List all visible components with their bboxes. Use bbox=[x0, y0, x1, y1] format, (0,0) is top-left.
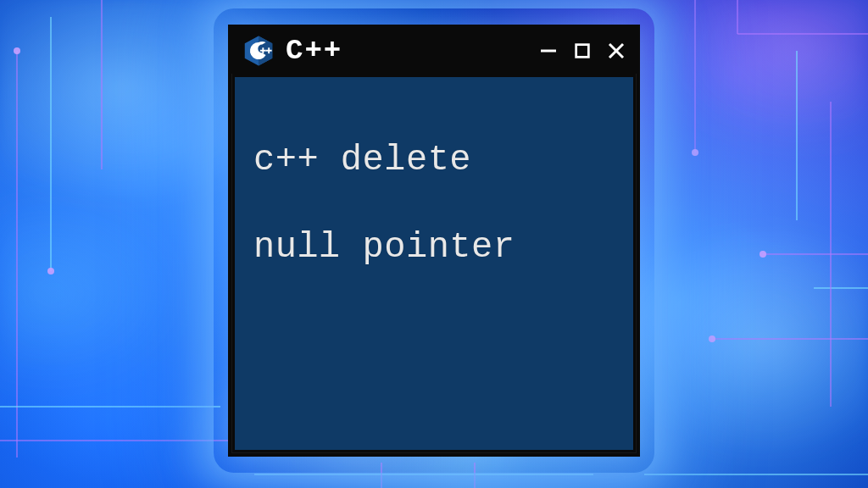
minimize-button[interactable] bbox=[537, 39, 560, 63]
close-button[interactable] bbox=[604, 39, 628, 63]
terminal-window: C++ c++ delete null pointer bbox=[228, 25, 640, 457]
content-line-1: c++ delete bbox=[253, 140, 471, 180]
window-controls bbox=[537, 39, 628, 63]
window-client-area: c++ delete null pointer bbox=[235, 77, 633, 450]
window-title: C++ bbox=[286, 35, 526, 67]
maximize-button[interactable] bbox=[570, 39, 594, 63]
svg-rect-29 bbox=[576, 45, 589, 58]
svg-rect-27 bbox=[266, 50, 272, 52]
content-line-2: null pointer bbox=[253, 227, 515, 268]
svg-rect-25 bbox=[260, 50, 266, 52]
cpp-logo-icon bbox=[242, 34, 275, 68]
window-titlebar[interactable]: C++ bbox=[231, 28, 637, 74]
terminal-content: c++ delete null pointer bbox=[253, 96, 615, 269]
